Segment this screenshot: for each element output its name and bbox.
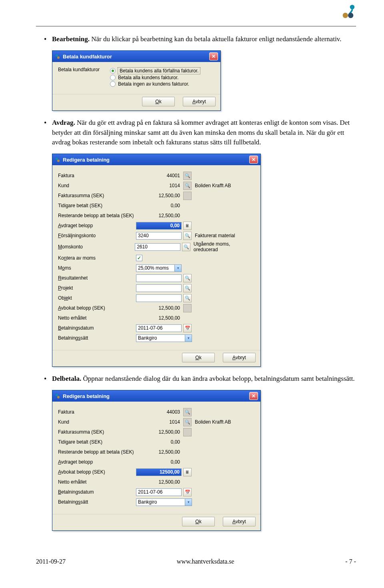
dialog-title: Betala kundfakturor (63, 54, 112, 60)
betsatt-dropdown[interactable]: Bankgiro ▾ (136, 334, 192, 342)
betdatum-input[interactable] (136, 324, 182, 332)
forsaljningskonto-input[interactable] (136, 232, 182, 240)
body-text: Avdrag. När du gör ett avdrag på en fakt… (52, 118, 356, 148)
lookup-icon[interactable]: 🔍 (183, 408, 192, 416)
radio-option-1[interactable]: Betala kundens alla förfallna fakturor. (110, 68, 200, 74)
value-fakturasumma: 12,500,00 (136, 428, 182, 436)
value-avbokat: 12,500,00 (136, 304, 182, 312)
footer-date: 2011-09-27 (36, 558, 66, 565)
value-kund: 1014 (136, 182, 182, 190)
label-betdatum: Betalningsdatum (58, 325, 136, 331)
value-tidigare: 0,00 (136, 438, 182, 446)
close-button[interactable]: ✕ (209, 52, 218, 60)
bullet-icon: • (44, 374, 52, 384)
ok-button[interactable]: Ok (142, 97, 175, 106)
label-tidigare: Tidigare betalt (SEK) (58, 203, 136, 208)
svg-point-5 (56, 158, 58, 160)
label-fakturasumma: Fakturasumma (SEK) (58, 193, 136, 198)
kontera-checkbox[interactable]: ✓ (136, 255, 142, 261)
label-rest: Resterande belopp att betala (SEK) (58, 449, 136, 455)
calendar-icon[interactable]: 📅 (183, 324, 192, 332)
svg-point-2 (348, 13, 353, 18)
svg-point-8 (57, 396, 60, 398)
titlebar[interactable]: Betala kundfakturor ✕ (52, 51, 220, 62)
lookup-icon[interactable]: 🔍 (183, 274, 192, 282)
calendar-icon[interactable]: 📅 (183, 488, 192, 496)
dialog-betala-kundfakturor: Betala kundfakturor ✕ Betala kundfakturo… (52, 50, 221, 111)
cancel-button[interactable]: Avbryt (223, 517, 256, 526)
lookup-icon[interactable]: 🔍 (183, 418, 192, 426)
cancel-button[interactable]: Avbryt (223, 353, 256, 362)
value-fakturasumma: 12,500,00 (136, 192, 182, 200)
close-button[interactable]: ✕ (249, 392, 258, 400)
label-resultatenhet: Resultatenhet (58, 275, 136, 281)
betsatt-dropdown[interactable]: Bankgiro ▾ (136, 498, 192, 506)
label-avbokat: Avbokat belopp (SEK) (58, 305, 136, 311)
label-moms: Moms (58, 265, 136, 271)
avbokat-input[interactable] (136, 468, 182, 476)
ok-button[interactable]: Ok (182, 517, 215, 526)
lookup-icon[interactable]: 🔍 (183, 182, 192, 190)
blank-icon (183, 304, 192, 312)
chevron-down-icon: ▾ (185, 499, 192, 506)
bullet-head: Delbetala. (52, 375, 81, 382)
label-avbokat: Avbokat belopp (SEK) (58, 469, 136, 475)
calculator-icon[interactable]: 🖩 (183, 468, 192, 476)
lookup-icon[interactable]: 🔍 (183, 232, 192, 240)
objekt-input[interactable] (136, 294, 182, 302)
lookup-icon[interactable]: 🔍 (183, 284, 192, 292)
svg-point-7 (56, 394, 58, 396)
bullet-head: Avdrag. (52, 119, 75, 126)
value-avdraget: 0,00 (136, 458, 182, 466)
label-betdatum: Betalningsdatum (58, 489, 136, 495)
label-faktura: Faktura (58, 409, 136, 415)
close-button[interactable]: ✕ (249, 156, 258, 164)
label-faktura: Faktura (58, 173, 136, 178)
svg-point-4 (57, 56, 60, 59)
app-icon (55, 157, 60, 162)
value-kund-name: Boliden Krafft AB (195, 183, 231, 188)
moms-dropdown[interactable]: 25,00% moms ▾ (136, 264, 182, 272)
label-netto: Netto erhållet (58, 315, 136, 321)
cancel-button[interactable]: Avbryt (183, 97, 216, 106)
lookup-icon[interactable]: 🔍 (182, 243, 190, 251)
projekt-input[interactable] (136, 284, 182, 292)
label-avdraget: Avdraget belopp (58, 223, 136, 228)
titlebar[interactable]: Redigera betalning ✕ (52, 390, 260, 402)
ok-button[interactable]: Ok (182, 353, 215, 362)
lookup-icon[interactable]: 🔍 (183, 294, 192, 302)
value-fkto-name: Fakturerat material (195, 233, 235, 238)
label-fakturasumma: Fakturasumma (SEK) (58, 429, 136, 435)
label-netto: Netto erhållet (58, 479, 136, 485)
value-tidigare: 0,00 (136, 202, 182, 210)
value-faktura: 44001 (136, 172, 182, 180)
radio-option-2[interactable]: Betala alla kundens fakturor. (110, 75, 200, 80)
calculator-icon[interactable]: 🖩 (183, 222, 192, 230)
blank-icon (183, 192, 192, 200)
lookup-icon[interactable]: 🔍 (183, 172, 192, 180)
titlebar[interactable]: Redigera betalning ✕ (52, 154, 260, 165)
radio-icon (110, 75, 116, 80)
body-text: Delbetala. Öppnar nedanstående dialog dä… (52, 374, 356, 384)
radio-option-3[interactable]: Betala ingen av kundens fakturor. (110, 81, 200, 87)
svg-point-3 (56, 54, 58, 57)
logo (341, 4, 356, 21)
footer-page: - 7 - (345, 558, 356, 565)
label-objekt: Objekt (58, 295, 136, 301)
blank-icon (183, 428, 192, 436)
value-kund-name: Boliden Krafft AB (195, 419, 231, 425)
bullet-icon: • (44, 118, 52, 148)
label-kontera: Kontera av moms (58, 255, 136, 261)
value-rest: 12,500,00 (136, 212, 182, 220)
avdraget-input[interactable] (136, 222, 182, 230)
bullet-icon: • (44, 34, 52, 44)
divider (36, 26, 356, 26)
footer-url: www.hantverksdata.se (177, 558, 234, 565)
value-momskto-name: Utgående moms, oreducerad (194, 241, 255, 252)
betdatum-input[interactable] (136, 488, 182, 496)
momskonto-input[interactable] (135, 243, 180, 251)
resultatenhet-input[interactable] (136, 274, 182, 282)
radio-icon (110, 68, 116, 74)
label-kund: Kund (58, 419, 136, 425)
svg-point-6 (57, 160, 60, 162)
